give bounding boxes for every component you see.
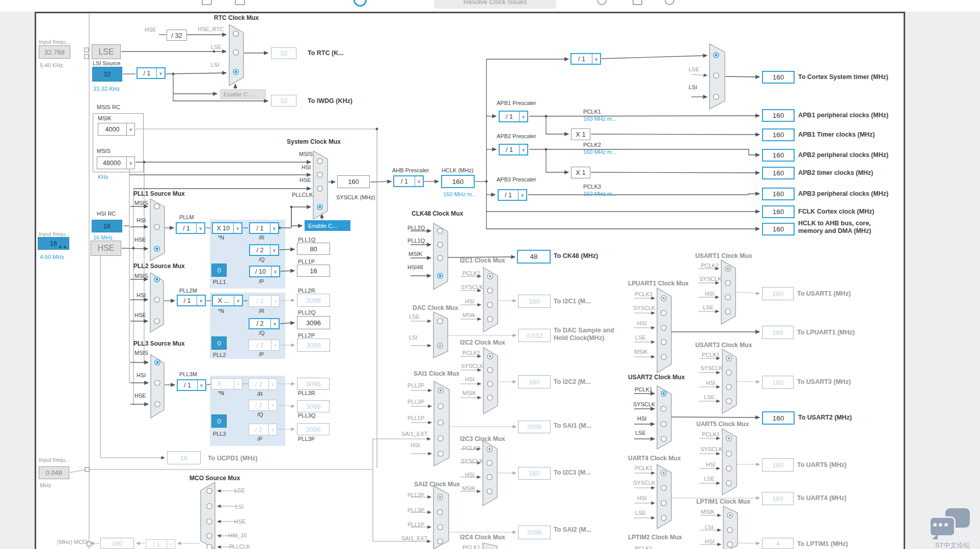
mux-radio[interactable] xyxy=(661,485,666,490)
i2c1-clock-mux-label: I2C1 Clock Mux xyxy=(460,257,505,265)
apb3-periph-value[interactable]: 160 xyxy=(762,188,795,200)
mux-radio[interactable] xyxy=(487,489,492,494)
mux-radio[interactable] xyxy=(207,488,212,493)
mux-radio[interactable] xyxy=(233,31,238,36)
pll1-n-multiplier[interactable]: X 10∨ xyxy=(212,222,242,234)
mux-radio[interactable] xyxy=(487,317,493,322)
mux-radio[interactable] xyxy=(487,288,493,293)
mux-radio[interactable] xyxy=(714,73,719,78)
mux-radio[interactable] xyxy=(438,525,443,530)
mux-radio[interactable] xyxy=(726,466,731,471)
resolve-clock-issues-button[interactable]: Resolve Clock Issues xyxy=(434,0,556,9)
mux-radio[interactable] xyxy=(661,310,666,316)
mux-radio[interactable] xyxy=(487,395,493,400)
mux-radio[interactable] xyxy=(207,519,212,524)
rtc-enable-button[interactable]: Enable C... xyxy=(220,89,266,99)
mux-radio[interactable] xyxy=(317,172,322,177)
ahb-prescaler[interactable]: / 1∨ xyxy=(393,175,424,187)
mux-radio[interactable] xyxy=(438,255,443,260)
mux-radio[interactable] xyxy=(207,544,212,549)
apb1-timer-value[interactable]: 160 xyxy=(762,128,795,141)
mux-radio[interactable] xyxy=(438,404,443,409)
mux-radio[interactable] xyxy=(317,186,322,191)
apb3-prescaler[interactable]: / 1∨ xyxy=(498,189,527,201)
mux-radio[interactable] xyxy=(661,501,666,506)
mux-radio[interactable] xyxy=(726,399,731,404)
mux-radio[interactable] xyxy=(726,481,731,486)
pll2m-divider[interactable]: / 1∨ xyxy=(177,295,206,306)
zoom-in-icon[interactable] xyxy=(665,0,674,5)
pll1-r-divider[interactable]: / 1∨ xyxy=(249,222,279,234)
document-icon[interactable] xyxy=(202,0,212,5)
apb1-prescaler[interactable]: / 1∨ xyxy=(499,111,528,122)
refresh-icon[interactable] xyxy=(353,0,367,7)
mux-radio[interactable] xyxy=(726,370,731,375)
usart2-value[interactable]: 160 xyxy=(762,411,795,425)
mux-radio[interactable] xyxy=(438,436,443,441)
hclk-ahb-value[interactable]: 160 xyxy=(762,223,795,236)
mux-radio[interactable] xyxy=(661,325,666,330)
mux-radio[interactable] xyxy=(438,319,443,324)
apb2-prescaler[interactable]: / 1∨ xyxy=(499,144,528,155)
mux-radio[interactable] xyxy=(725,309,730,314)
zoom-out-icon[interactable] xyxy=(597,0,607,5)
mux-radio[interactable] xyxy=(726,384,731,389)
pllm-divider[interactable]: / 1∨ xyxy=(176,222,205,234)
mux-radio[interactable] xyxy=(725,295,730,300)
mux-radio[interactable] xyxy=(207,533,212,538)
sai1-value: 3096 xyxy=(518,421,551,433)
i2c2-clock-mux-label: I2C2 Clock Mux xyxy=(460,339,505,347)
mux-radio[interactable] xyxy=(233,50,238,55)
mux-radio[interactable] xyxy=(155,380,160,385)
mux-radio[interactable] xyxy=(727,528,732,533)
pll-enable-button[interactable]: Enable C... xyxy=(305,220,350,231)
msik-select[interactable]: 4000∨ xyxy=(98,123,135,136)
pll1-p-divider[interactable]: / 10∨ xyxy=(249,266,280,277)
mux-radio[interactable] xyxy=(661,436,666,441)
mux-radio[interactable] xyxy=(487,475,492,480)
pll1-q-divider[interactable]: / 2∨ xyxy=(249,244,279,256)
pll3m-divider[interactable]: / 1∨ xyxy=(177,379,206,391)
cortex-prescaler[interactable]: / 1∨ xyxy=(570,53,601,65)
mux-radio[interactable] xyxy=(438,420,443,425)
mux-radio[interactable] xyxy=(154,204,159,209)
mux-radio[interactable] xyxy=(661,515,666,520)
mux-radio[interactable] xyxy=(726,451,731,456)
mux-radio[interactable] xyxy=(727,542,732,547)
cortex-timer-value[interactable]: 160 xyxy=(762,71,795,84)
mux-radio[interactable] xyxy=(155,402,160,407)
mux-radio[interactable] xyxy=(438,228,443,233)
apb2-periph-value[interactable]: 160 xyxy=(762,149,795,162)
apb2-timer-value[interactable]: 160 xyxy=(762,167,795,179)
document-icon[interactable] xyxy=(235,0,245,5)
hclk-value[interactable]: 160 xyxy=(441,175,475,188)
mux-radio[interactable] xyxy=(317,159,322,164)
mux-radio[interactable] xyxy=(661,406,666,411)
zoom-fit-icon[interactable] xyxy=(633,0,642,5)
msis-select[interactable]: 48000∨ xyxy=(97,156,135,169)
mux-radio[interactable] xyxy=(725,280,730,285)
wire xyxy=(291,207,302,226)
mux-radio[interactable] xyxy=(154,297,159,302)
mux-radio[interactable] xyxy=(661,422,666,427)
mux-radio[interactable] xyxy=(438,451,443,456)
fclk-value[interactable]: 160 xyxy=(762,205,795,218)
mux-radio[interactable] xyxy=(661,354,666,359)
mux-radio[interactable] xyxy=(487,368,493,373)
mux-radio[interactable] xyxy=(487,460,492,465)
mux-radio[interactable] xyxy=(207,504,212,509)
mux-radio[interactable] xyxy=(714,94,719,99)
mux-radio[interactable] xyxy=(487,381,493,386)
apb1-periph-value[interactable]: 160 xyxy=(762,109,795,122)
mux-radio[interactable] xyxy=(154,224,159,229)
mux-radio[interactable] xyxy=(154,319,159,324)
mux-radio[interactable] xyxy=(661,339,666,345)
ck48-value[interactable]: 48 xyxy=(517,250,551,264)
mux-radio[interactable] xyxy=(438,539,443,544)
mux-radio[interactable] xyxy=(438,242,443,247)
lsi-prescaler[interactable]: / 1∨ xyxy=(137,67,166,79)
mux-radio[interactable] xyxy=(487,302,493,307)
pll2-q-divider[interactable]: / 2∨ xyxy=(249,318,280,329)
pll2-n-multiplier[interactable]: X ...∨ xyxy=(212,295,243,306)
mux-radio[interactable] xyxy=(438,510,443,515)
